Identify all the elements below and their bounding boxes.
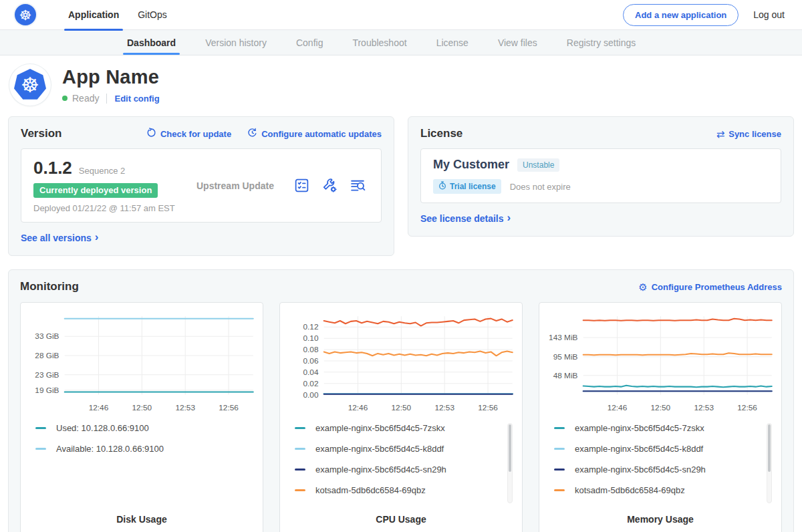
svg-text:0.00: 0.00	[303, 390, 318, 400]
refresh-icon	[146, 128, 156, 140]
chevron-right-icon: ›	[95, 231, 99, 244]
disk-usage-chart-card: 12:4612:5012:5312:5619 GiB23 GiB28 GiB33…	[20, 302, 263, 532]
memory-usage-chart-card: 12:4612:5012:5312:5648 MiB95 MiB143 MiB …	[539, 302, 782, 532]
series-color-swatch	[35, 448, 46, 450]
tab-view-files-label: View files	[498, 37, 537, 48]
gear-icon: ⚙	[638, 282, 647, 292]
legend-label: example-nginx-5bc6f5d4c5-7zskx	[315, 423, 445, 433]
legend-item: example-nginx-5bc6f5d4c5-k8ddf	[554, 444, 760, 454]
svg-text:12:56: 12:56	[737, 403, 757, 412]
svg-text:12:53: 12:53	[434, 403, 454, 412]
logout-button[interactable]: Log out	[753, 9, 785, 20]
page-title: App Name	[62, 66, 160, 88]
legend-item: example-nginx-5bc6f5d4c5-sn29h	[295, 464, 501, 475]
app-header: ☸ App Name Ready Edit config	[0, 55, 802, 116]
tab-gitops[interactable]: GitOps	[128, 0, 176, 30]
legend-label: kotsadm-5db6dc6584-69qbz	[315, 485, 426, 495]
status-badge: Ready	[72, 93, 99, 104]
tab-license[interactable]: License	[422, 30, 483, 55]
legend-label: example-nginx-5bc6f5d4c5-sn29h	[575, 464, 706, 475]
configure-prometheus-link[interactable]: ⚙ Configure Prometheus Address	[638, 282, 782, 292]
svg-text:12:50: 12:50	[132, 403, 152, 412]
tab-application[interactable]: Application	[59, 0, 128, 30]
series-color-swatch	[554, 469, 565, 471]
version-card: Version Check for update Configure autom…	[8, 116, 394, 256]
legend-scrollbar[interactable]	[767, 423, 772, 503]
disk-usage-legend: Used: 10.128.0.66:9100Available: 10.128.…	[25, 422, 259, 507]
legend-item: Available: 10.128.0.66:9100	[35, 444, 241, 454]
tab-config-label: Config	[296, 37, 323, 48]
tab-registry-settings[interactable]: Registry settings	[552, 30, 650, 55]
svg-text:33 GiB: 33 GiB	[35, 331, 59, 341]
tab-config[interactable]: Config	[281, 30, 338, 55]
monitoring-card: Monitoring ⚙ Configure Prometheus Addres…	[8, 269, 794, 532]
license-type-badge: Trial license	[433, 179, 501, 194]
see-license-details-link[interactable]: See license details ›	[420, 212, 511, 225]
tab-application-label: Application	[68, 9, 119, 20]
see-license-details-label: See license details	[420, 213, 504, 224]
deployed-timestamp: Deployed 01/21/22 @ 11:57 am EST	[33, 203, 187, 213]
sync-license-link[interactable]: ⇄ Sync license	[716, 129, 781, 139]
series-color-swatch	[295, 448, 305, 450]
top-nav: ☸ Application GitOps Add a new applicati…	[0, 0, 802, 30]
scrollbar-thumb[interactable]	[509, 424, 511, 472]
add-application-button[interactable]: Add a new application	[623, 4, 739, 26]
svg-text:143 MiB: 143 MiB	[549, 333, 578, 342]
svg-text:48 MiB: 48 MiB	[553, 371, 578, 380]
helm-wheel-glyph: ☸	[21, 75, 39, 96]
legend-scrollbar[interactable]	[507, 423, 513, 503]
scrollbar-thumb[interactable]	[768, 424, 771, 472]
legend-label: example-nginx-5bc6f5d4c5-7zskx	[575, 423, 704, 433]
tab-dashboard[interactable]: Dashboard	[112, 30, 190, 55]
configure-auto-updates-link[interactable]: Configure automatic updates	[247, 128, 382, 140]
svg-text:23 GiB: 23 GiB	[35, 370, 59, 380]
tab-registry-settings-label: Registry settings	[567, 37, 636, 48]
kubernetes-logo-icon[interactable]: ☸	[15, 4, 36, 25]
svg-text:19 GiB: 19 GiB	[35, 386, 59, 395]
legend-label: Available: 10.128.0.66:9100	[56, 444, 164, 454]
svg-text:12:50: 12:50	[651, 403, 671, 412]
cpu-usage-chart-card: 12:4612:5012:5312:560.000.020.040.060.08…	[279, 302, 523, 532]
check-for-update-link[interactable]: Check for update	[146, 128, 231, 140]
configure-prometheus-label: Configure Prometheus Address	[652, 282, 782, 292]
stopwatch-icon	[438, 181, 446, 192]
legend-item: Used: 10.128.0.66:9100	[35, 423, 241, 433]
series-color-swatch	[295, 489, 305, 491]
deployed-version-badge: Currently deployed version	[33, 183, 158, 198]
tab-view-files[interactable]: View files	[483, 30, 552, 55]
preflight-checks-icon[interactable]	[293, 177, 310, 194]
sync-license-label: Sync license	[728, 129, 781, 139]
see-all-versions-label: See all versions	[21, 233, 92, 243]
see-all-versions-link[interactable]: See all versions ›	[21, 231, 99, 245]
tab-version-history[interactable]: Version history	[190, 30, 281, 55]
svg-text:12:46: 12:46	[348, 403, 368, 412]
legend-label: example-nginx-5bc6f5d4c5-sn29h	[315, 464, 446, 475]
svg-text:12:46: 12:46	[89, 403, 109, 412]
cpu-usage-legend: example-nginx-5bc6f5d4c5-7zskxexample-ng…	[284, 422, 518, 507]
cpu-usage-chart: 12:4612:5012:5312:560.000.020.040.060.08…	[284, 311, 518, 415]
legend-label: Used: 10.128.0.66:9100	[56, 423, 149, 433]
current-version-row: 0.1.2 Sequence 2 Currently deployed vers…	[21, 148, 382, 223]
version-source-label: Upstream Update	[187, 180, 293, 191]
tab-version-history-label: Version history	[205, 37, 267, 48]
legend-label: example-nginx-5bc6f5d4c5-k8ddf	[315, 444, 444, 454]
legend-item: example-nginx-5bc6f5d4c5-7zskx	[554, 423, 760, 433]
tab-troubleshoot[interactable]: Troubleshoot	[338, 30, 421, 55]
kubernetes-app-icon: ☸	[14, 69, 46, 101]
sequence-label: Sequence 2	[79, 166, 125, 176]
legend-item: example-nginx-5bc6f5d4c5-k8ddf	[295, 444, 501, 454]
check-for-update-label: Check for update	[160, 129, 231, 139]
svg-text:0.12: 0.12	[303, 322, 318, 331]
svg-text:12:53: 12:53	[175, 403, 195, 412]
legend-label: example-nginx-5bc6f5d4c5-k8ddf	[575, 444, 703, 454]
view-diff-files-icon[interactable]	[350, 177, 366, 194]
disk-usage-chart: 12:4612:5012:5312:5619 GiB23 GiB28 GiB33…	[25, 311, 259, 415]
memory-usage-legend: example-nginx-5bc6f5d4c5-7zskxexample-ng…	[543, 422, 777, 507]
config-wrench-icon[interactable]	[321, 177, 338, 194]
legend-item: example-nginx-5bc6f5d4c5-sn29h	[554, 464, 760, 475]
edit-config-link[interactable]: Edit config	[114, 94, 159, 104]
svg-text:12:46: 12:46	[608, 403, 628, 412]
svg-text:12:56: 12:56	[219, 403, 239, 412]
legend-item: kotsadm-5db6dc6584-69qbz	[554, 485, 760, 495]
legend-label: kotsadm-5db6dc6584-69qbz	[575, 485, 685, 495]
